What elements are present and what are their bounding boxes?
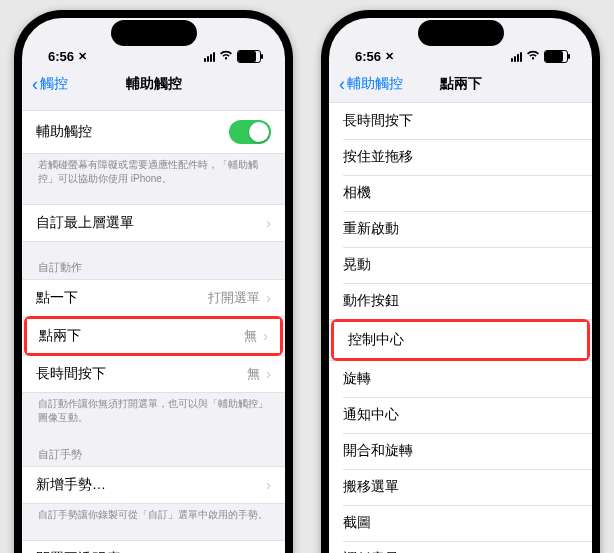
list-item[interactable]: 調低音量: [329, 541, 592, 553]
signal-icon: [204, 52, 215, 62]
group-footer: 自訂動作讓你無須打開選單，也可以與「輔助觸控」圖像互動。: [22, 393, 285, 429]
group-custom-gestures: 自訂手勢 新增手勢… › 自訂手勢讓你錄製可從「自訂」選單中啟用的手勢。: [22, 443, 285, 526]
list-item-label: 晃動: [343, 256, 371, 274]
chevron-right-icon: ›: [266, 290, 271, 306]
group-custom-actions: 自訂動作 點一下 打開選單 › 點兩下: [22, 256, 285, 429]
battery-icon: [544, 50, 568, 63]
status-time: 6:56: [355, 49, 381, 64]
group-opacity: 閒置不透明度 40% ›: [22, 540, 285, 553]
cell-assistive-switch[interactable]: 輔助觸控: [22, 111, 285, 153]
cell-new-gesture[interactable]: 新增手勢… ›: [22, 467, 285, 503]
list-item[interactable]: 動作按鈕: [329, 283, 592, 319]
group-header: 自訂動作: [22, 256, 285, 279]
cell-value: 無: [244, 327, 257, 345]
action-list: 長時間按下按住並拖移相機重新啟動晃動動作按鈕 控制中心旋轉通知中心開合和旋轉搬移…: [329, 102, 592, 553]
signal-icon: [511, 52, 522, 62]
list-item[interactable]: 控制中心: [334, 322, 587, 358]
cell-value: 打開選單: [208, 289, 260, 307]
cell-label: 點一下: [36, 289, 78, 307]
cell-long-press[interactable]: 長時間按下 無 ›: [22, 356, 285, 392]
chevron-left-icon: ‹: [32, 75, 38, 93]
group-footer: 自訂手勢讓你錄製可從「自訂」選單中啟用的手勢。: [22, 504, 285, 526]
wifi-icon: [219, 49, 233, 64]
phone-frame-left: 6:56 ✕ ‹ 觸控 輔助觸控: [14, 10, 293, 553]
highlight-control-center: 控制中心: [331, 319, 590, 361]
list-item[interactable]: 按住並拖移: [329, 139, 592, 175]
screen-right: 6:56 ✕ ‹ 輔助觸控 點兩下 長時間按: [329, 18, 592, 553]
list-item-label: 長時間按下: [343, 112, 413, 130]
list-item[interactable]: 開合和旋轉: [329, 433, 592, 469]
group-footer: 若觸碰螢幕有障礙或需要適應性配件時，「輔助觸控」可以協助你使用 iPhone。: [22, 154, 285, 190]
list-item[interactable]: 重新啟動: [329, 211, 592, 247]
list-item-label: 控制中心: [348, 331, 404, 349]
phone-frame-right: 6:56 ✕ ‹ 輔助觸控 點兩下 長時間按: [321, 10, 600, 553]
nav-bar: ‹ 輔助觸控 點兩下: [329, 66, 592, 102]
cell-value: 無: [247, 365, 260, 383]
list-item-label: 旋轉: [343, 370, 371, 388]
chevron-right-icon: ›: [263, 328, 268, 344]
group-header: 自訂手勢: [22, 443, 285, 466]
cell-idle-opacity[interactable]: 閒置不透明度 40% ›: [22, 541, 285, 553]
chevron-right-icon: ›: [266, 366, 271, 382]
list-item-label: 開合和旋轉: [343, 442, 413, 460]
dynamic-island: [418, 20, 504, 46]
screen-left: 6:56 ✕ ‹ 觸控 輔助觸控: [22, 18, 285, 553]
group-assistive-switch: 輔助觸控 若觸碰螢幕有障礙或需要適應性配件時，「輔助觸控」可以協助你使用 iPh…: [22, 110, 285, 190]
list-item-label: 動作按鈕: [343, 292, 399, 310]
list-item-label: 搬移選單: [343, 478, 399, 496]
list-item[interactable]: 截圖: [329, 505, 592, 541]
list-item[interactable]: 晃動: [329, 247, 592, 283]
cell-label: 長時間按下: [36, 365, 106, 383]
silent-icon: ✕: [385, 50, 394, 63]
wifi-icon: [526, 49, 540, 64]
silent-icon: ✕: [78, 50, 87, 63]
nav-bar: ‹ 觸控 輔助觸控: [22, 66, 285, 102]
chevron-right-icon: ›: [266, 477, 271, 493]
list-item-label: 截圖: [343, 514, 371, 532]
cell-double-tap[interactable]: 點兩下 無 ›: [27, 319, 280, 353]
list-item-label: 按住並拖移: [343, 148, 413, 166]
back-button[interactable]: ‹ 輔助觸控: [339, 75, 403, 93]
chevron-right-icon: ›: [266, 215, 271, 231]
back-label: 輔助觸控: [347, 75, 403, 93]
group-customize-menu: 自訂最上層選單 ›: [22, 204, 285, 242]
list-item[interactable]: 相機: [329, 175, 592, 211]
back-label: 觸控: [40, 75, 68, 93]
list-item-label: 相機: [343, 184, 371, 202]
list-item-label: 重新啟動: [343, 220, 399, 238]
list-item[interactable]: 旋轉: [329, 361, 592, 397]
list-item[interactable]: 長時間按下: [329, 103, 592, 139]
cell-label: 點兩下: [39, 327, 81, 345]
battery-icon: [237, 50, 261, 63]
cell-single-tap[interactable]: 點一下 打開選單 ›: [22, 280, 285, 316]
highlight-double-tap: 點兩下 無 ›: [24, 316, 283, 356]
cell-customize-top-menu[interactable]: 自訂最上層選單 ›: [22, 205, 285, 241]
back-button[interactable]: ‹ 觸控: [32, 75, 68, 93]
list-item[interactable]: 搬移選單: [329, 469, 592, 505]
toggle-switch[interactable]: [229, 120, 271, 144]
cell-label: 新增手勢…: [36, 476, 106, 494]
chevron-left-icon: ‹: [339, 75, 345, 93]
switch-label: 輔助觸控: [36, 123, 92, 141]
status-time: 6:56: [48, 49, 74, 64]
list-item-label: 通知中心: [343, 406, 399, 424]
dynamic-island: [111, 20, 197, 46]
cell-label: 自訂最上層選單: [36, 214, 134, 232]
list-item[interactable]: 通知中心: [329, 397, 592, 433]
